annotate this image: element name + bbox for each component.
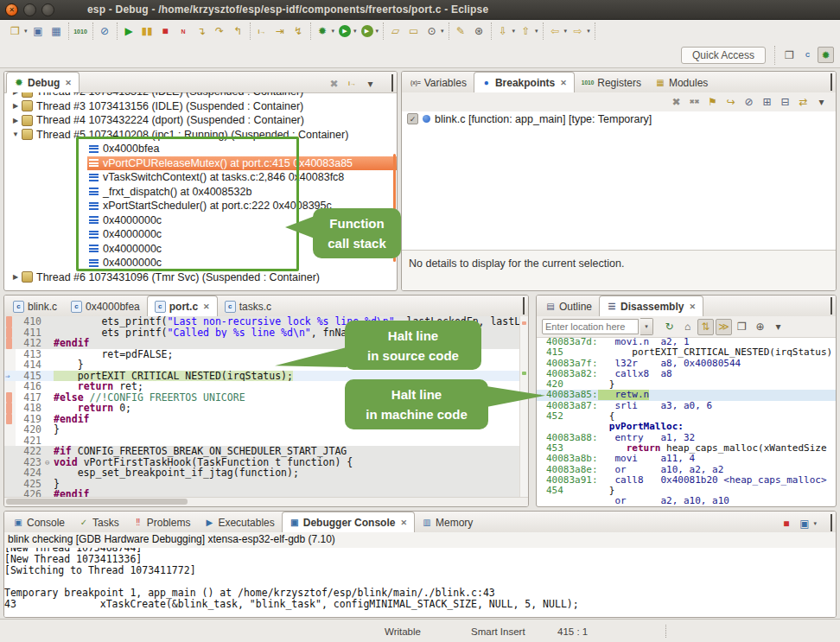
disasm-line[interactable]: ⇒40083a85: retw.n xyxy=(537,390,836,400)
thread-row[interactable]: ▶Thread #4 1073432224 (dport) (Suspended… xyxy=(4,113,397,128)
tab-disassembly[interactable]: ☰Disassembly✕ xyxy=(599,296,703,317)
display-selected-console-icon[interactable]: ▣ xyxy=(796,515,812,531)
tab-tasks-c[interactable]: ctasks.c xyxy=(218,296,278,316)
open-perspective-icon[interactable]: ❐ xyxy=(781,47,798,63)
cpp-perspective-icon[interactable]: C xyxy=(799,47,816,63)
home-pc-icon[interactable]: ⌂ xyxy=(679,319,696,335)
code-line[interactable]: 426#endif xyxy=(4,489,528,497)
debug-scrollbar[interactable] xyxy=(393,154,396,262)
disasm-line[interactable]: pvPortMalloc: xyxy=(537,422,836,432)
tab-debugger-console[interactable]: ▣Debugger Console✕ xyxy=(282,512,415,533)
editor-annotation-ruler[interactable]: ⇒ xyxy=(4,371,16,382)
editor-annotation-ruler[interactable] xyxy=(4,392,16,404)
code-line[interactable]: 410 ets_printf("Last non-recursive lock … xyxy=(4,316,528,327)
editor-annotation-ruler[interactable] xyxy=(4,414,16,425)
open-resource-icon[interactable]: ▭ xyxy=(405,23,422,40)
tab-close-icon[interactable]: ✕ xyxy=(203,302,210,311)
run-icon[interactable]: ▶ xyxy=(339,25,351,37)
code-line[interactable]: 411 ets_printf("Called by %s line %d\n",… xyxy=(4,327,528,339)
editor-annotation-ruler[interactable] xyxy=(4,435,16,447)
disasm-line[interactable]: 40083a88: entry a1, 32 xyxy=(537,433,836,443)
tab-problems[interactable]: ‼Problems xyxy=(126,512,198,532)
collapse-all-icon[interactable]: ⊟ xyxy=(777,94,793,111)
back-icon[interactable]: ⇦ xyxy=(547,23,563,40)
disassembly-listing[interactable]: 40083a7d: movi.n a2, 1415 portEXIT_CRITI… xyxy=(537,337,836,506)
tree-twisty-icon[interactable]: ▶ xyxy=(11,117,20,124)
new-wizard-dropdown[interactable]: ▾ xyxy=(24,28,28,35)
remove-all-terminated-icon[interactable]: ✖ xyxy=(326,75,342,92)
location-dropdown[interactable]: ▾ xyxy=(640,318,653,335)
go-to-file-for-breakpoint-icon[interactable]: ↪ xyxy=(722,94,739,111)
link-with-debug-view-icon[interactable]: ⇄ xyxy=(795,94,811,111)
annotation-nav-dropdown[interactable]: ▾ xyxy=(535,28,538,35)
disasm-line[interactable]: 40083a8e: or a10, a2, a2 xyxy=(537,465,836,475)
disasm-line[interactable]: or a2, a10, a10 xyxy=(537,496,836,506)
show-source-icon[interactable]: ⇅ xyxy=(697,319,714,335)
skip-all-breakpoints-icon[interactable]: ⊘ xyxy=(97,23,113,40)
toggle-mark-occurrences-icon[interactable]: ✎ xyxy=(453,23,469,40)
stack-frame-row[interactable]: 0x4000000c xyxy=(4,227,397,242)
editor-annotation-ruler[interactable] xyxy=(4,479,16,490)
editor-maximize-button[interactable] xyxy=(523,299,525,315)
skip-all-breakpoints-view-icon[interactable]: ⊘ xyxy=(741,94,757,111)
code-line[interactable]: ⇒415 portEXIT_CRITICAL_NESTED(irqStatus)… xyxy=(4,371,528,382)
tab-tasks[interactable]: ✓Tasks xyxy=(72,512,126,532)
code-line[interactable]: 421 xyxy=(4,435,528,447)
search-icon[interactable]: ⊙ xyxy=(423,23,440,40)
disasm-line[interactable]: 40083a82: callx8 a8 xyxy=(537,369,836,379)
stack-frame-row[interactable]: 0x4000000c xyxy=(4,213,397,228)
forward-dropdown[interactable]: ▾ xyxy=(587,28,590,35)
annotation-nav-icon[interactable]: ⇧ xyxy=(518,23,534,40)
editor-annotation-ruler[interactable] xyxy=(4,359,16,371)
editor-annotation-ruler[interactable] xyxy=(4,446,16,457)
stack-frame-row[interactable]: vPortCPUReleaseMutex() at port.c:415 0x4… xyxy=(4,156,397,171)
forward-icon[interactable]: ⇨ xyxy=(570,23,586,40)
stack-frame-row[interactable]: 0x4000000c xyxy=(4,256,397,270)
debug-perspective-icon[interactable]: ✹ xyxy=(818,47,834,63)
disasm-line[interactable]: 415 portEXIT_CRITICAL_NESTED(irqStatus) xyxy=(537,347,836,358)
tab-outline[interactable]: ▤Outline xyxy=(538,296,599,316)
editor-annotation-ruler[interactable] xyxy=(4,467,16,479)
disasm-line[interactable]: 454 } xyxy=(537,486,836,496)
quick-access-button[interactable]: Quick Access xyxy=(681,47,766,64)
editor-annotation-ruler[interactable] xyxy=(4,424,16,435)
window-close-button[interactable]: ✕ xyxy=(5,3,18,16)
disasm-line[interactable]: 40083a91: call8 0x40081b20 <heap_caps_ma… xyxy=(537,475,836,486)
save-icon[interactable]: ▣ xyxy=(30,23,47,40)
thread-row[interactable]: ▶Thread #3 1073413156 (IDLE) (Suspended … xyxy=(4,99,397,114)
use-step-filters-icon[interactable]: ↯ xyxy=(290,23,307,40)
debug-maximize-button[interactable] xyxy=(391,76,393,92)
disassembly-maximize-button[interactable] xyxy=(830,299,832,315)
resume-icon[interactable]: ▶ xyxy=(121,23,137,40)
display-selected-console-dropdown[interactable]: ▾ xyxy=(813,520,817,527)
tab-close-icon[interactable]: ✕ xyxy=(560,79,567,87)
stack-frame-row[interactable]: 0x4000000c xyxy=(4,242,397,257)
code-line[interactable]: 420} xyxy=(4,424,528,435)
pin-view-icon[interactable]: ⊕ xyxy=(752,319,768,335)
editor-annotation-ruler[interactable] xyxy=(4,457,16,468)
expand-all-icon[interactable]: ⊞ xyxy=(759,94,775,111)
disasm-line[interactable]: 453 return heap_caps_malloc(xWantedSize xyxy=(537,443,836,454)
disasm-line[interactable]: 420 } xyxy=(537,379,836,390)
code-line[interactable]: 412#endif xyxy=(4,338,528,349)
window-maximize-button[interactable] xyxy=(41,3,54,16)
thread-row[interactable]: ▼Thread #5 1073410208 (ipc1 : Running) (… xyxy=(4,128,397,143)
tab-console[interactable]: ▣Console xyxy=(6,512,72,532)
tab-breakpoints[interactable]: ●Breakpoints✕ xyxy=(474,72,575,93)
disasm-line[interactable]: 40083a8b: movi a11, 4 xyxy=(537,454,836,464)
code-line[interactable]: 422#if CONFIG_FREERTOS_BREAK_ON_SCHEDULE… xyxy=(4,446,528,457)
search-dropdown[interactable]: ▾ xyxy=(441,28,444,35)
stack-frame-row[interactable]: _frxt_dispatch() at 0x4008532b xyxy=(4,185,397,200)
instruction-stepping-icon[interactable]: i→ xyxy=(254,23,270,40)
editor-annotation-ruler[interactable] xyxy=(4,489,16,497)
tab-debug[interactable]: ✹Debug✕ xyxy=(6,72,80,93)
location-input[interactable] xyxy=(542,319,639,334)
remove-selected-breakpoints-icon[interactable]: ✖ xyxy=(668,94,684,111)
run-dropdown[interactable]: ▾ xyxy=(353,28,357,35)
tree-twisty-icon[interactable]: ▶ xyxy=(11,273,20,281)
track-pc-icon[interactable]: ≫ xyxy=(716,319,732,335)
open-console-search-icon[interactable]: ⊛ xyxy=(471,23,487,40)
code-line[interactable]: 419#endif xyxy=(4,414,528,425)
debug-dropdown[interactable]: ▾ xyxy=(332,28,335,35)
views-maximize-button[interactable] xyxy=(830,75,832,91)
